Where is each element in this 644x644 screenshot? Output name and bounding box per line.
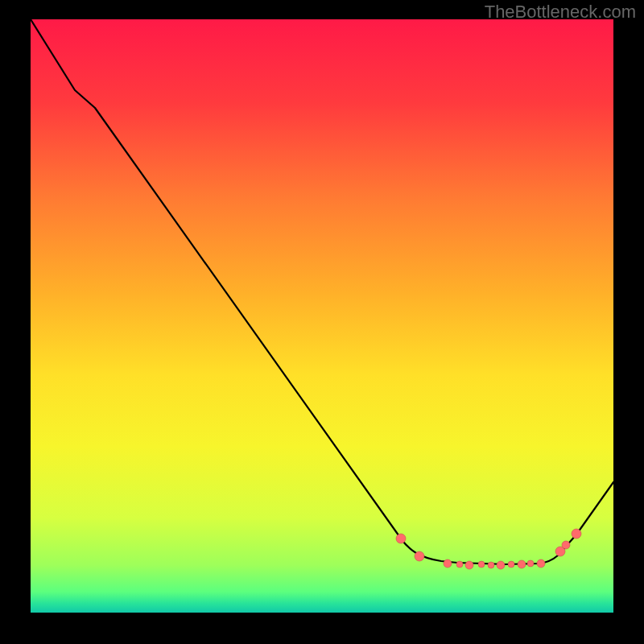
curve-marker: [537, 559, 545, 568]
curve-marker: [527, 560, 534, 567]
plot-svg: [31, 19, 613, 613]
gradient-background: [31, 19, 613, 613]
curve-marker: [456, 561, 463, 568]
curve-marker: [444, 559, 452, 568]
curve-marker: [518, 560, 526, 568]
curve-marker: [508, 561, 514, 568]
curve-marker: [488, 562, 494, 568]
curve-marker: [497, 561, 505, 569]
curve-marker: [396, 534, 406, 543]
curve-marker: [562, 541, 570, 549]
curve-marker: [465, 561, 473, 569]
curve-marker: [572, 529, 581, 539]
curve-marker: [415, 551, 424, 561]
plot-area: [31, 19, 613, 613]
chart-root: TheBottleneck.com: [0, 0, 644, 644]
watermark-text: TheBottleneck.com: [485, 2, 636, 23]
curve-marker: [478, 561, 485, 568]
